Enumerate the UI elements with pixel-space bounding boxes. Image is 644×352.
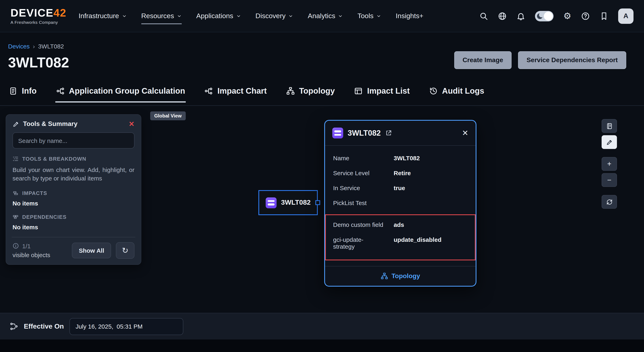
avatar[interactable]: A (618, 8, 634, 24)
effective-on-bar: Effective On (0, 313, 644, 340)
chevron-down-icon (122, 14, 126, 18)
refresh-icon: ↻ (122, 246, 128, 255)
nav-item-insights[interactable]: Insights+ (396, 9, 423, 23)
tab-bar: Info Application Group Calculation Impac… (0, 84, 644, 106)
nav-label: Insights+ (396, 12, 423, 20)
create-image-button[interactable]: Create Image (454, 51, 512, 69)
tab-label: Impact List (367, 86, 410, 96)
book-icon (606, 122, 613, 130)
gear-icon[interactable]: ⚙ (564, 12, 571, 20)
device-detail-card: 3WLT082 ✕ Name 3WLT082 Service Level Ret… (324, 120, 476, 286)
document-icon (9, 87, 17, 95)
custom-fields-highlight-box: Demo custom field ads gci-update-strateg… (325, 214, 476, 260)
effective-on-datetime-input[interactable] (70, 318, 183, 335)
tab-topology[interactable]: Topology (285, 84, 336, 102)
nav-item-applications[interactable]: Applications (196, 9, 241, 23)
moon-icon (537, 13, 543, 19)
row-value: ads (394, 221, 468, 228)
tab-application-group-calculation[interactable]: Application Group Calculation (55, 84, 186, 102)
zoom-in-button[interactable]: + (602, 157, 617, 171)
detail-row-gci-update-strategy: gci-update-strategy update_disabled (333, 236, 468, 250)
chevron-down-icon (236, 14, 241, 18)
refresh-button[interactable]: ↻ (116, 242, 134, 258)
page-title: 3WLT082 (8, 54, 69, 71)
search-icon[interactable] (480, 12, 488, 20)
service-dependencies-report-button[interactable]: Service Dependencies Report (518, 51, 626, 69)
show-all-button[interactable]: Show All (72, 242, 111, 258)
breadcrumb-devices-link[interactable]: Devices (8, 43, 30, 50)
tools-breakdown-text: Build your own chart view. Add, highligh… (12, 166, 134, 183)
dependencies-header: DEPENDENCIES (12, 214, 134, 220)
top-navbar: DEVICE42 A Freshworks Company Infrastruc… (0, 0, 644, 32)
visible-count: 1/1 (22, 242, 31, 249)
list-tree-icon (12, 156, 18, 162)
globe-icon[interactable] (498, 12, 507, 20)
nav-item-tools[interactable]: Tools (358, 9, 381, 23)
brand-logo[interactable]: DEVICE42 A Freshworks Company (10, 8, 66, 24)
impact-chart-icon (204, 87, 213, 95)
nav-item-infrastructure[interactable]: Infrastructure (78, 9, 126, 23)
card-header: 3WLT082 ✕ (325, 121, 476, 146)
close-icon[interactable]: ✕ (129, 120, 135, 127)
row-label: In Service (333, 184, 394, 191)
nav-label: Analytics (308, 12, 335, 20)
tab-impact-chart[interactable]: Impact Chart (204, 84, 268, 102)
impacts-empty-text: No items (12, 200, 134, 206)
spacer (602, 152, 617, 154)
nav-label: Discovery (256, 12, 286, 20)
detail-row-picklist-test: PickList Test (325, 200, 476, 206)
breadcrumb-current: 3WLT082 (38, 43, 64, 50)
nav-label: Applications (196, 12, 233, 20)
row-label: PickList Test (333, 200, 394, 206)
highlighter-icon (606, 139, 613, 146)
plus-icon: + (607, 160, 611, 168)
zoom-out-button[interactable]: − (602, 173, 617, 187)
tab-info[interactable]: Info (8, 84, 37, 102)
topology-link[interactable]: Topology (325, 266, 476, 286)
nav-label: Resources (141, 12, 174, 20)
device-node-3wlt082[interactable]: 3WLT082 (258, 190, 318, 215)
nav-item-analytics[interactable]: Analytics (308, 9, 343, 23)
panel-header: Tools & Summary ✕ (12, 120, 134, 128)
chevron-down-icon (177, 14, 182, 18)
node-label: 3WLT082 (281, 198, 311, 207)
list-icon (354, 87, 362, 95)
main-nav: Infrastructure Resources Applications Di… (78, 9, 423, 23)
row-value: true (394, 184, 468, 191)
row-label: Demo custom field (333, 221, 394, 228)
sync-button[interactable] (602, 195, 617, 209)
detail-row-demo-custom-field: Demo custom field ads (333, 221, 468, 228)
flow-icon (10, 322, 18, 330)
nav-item-resources[interactable]: Resources (141, 9, 182, 23)
header-actions: Create Image Service Dependencies Report (454, 51, 626, 69)
detail-row-in-service: In Service true (325, 184, 476, 191)
search-input[interactable] (12, 132, 134, 148)
row-label: Name (333, 154, 394, 162)
tools-breakdown-header: TOOLS & BREAKDOWN (12, 156, 134, 162)
server-icon (332, 128, 343, 138)
highlight-tool-button[interactable] (602, 135, 617, 149)
panel-title: Tools & Summary (23, 120, 125, 128)
close-icon[interactable]: ✕ (462, 129, 468, 137)
tab-audit-logs[interactable]: Audit Logs (428, 84, 485, 102)
info-icon (12, 242, 19, 249)
topology-link-label: Topology (392, 272, 420, 280)
external-link-icon[interactable] (385, 130, 392, 136)
detail-row-name: Name 3WLT082 (325, 154, 476, 162)
tab-label: Topology (299, 86, 335, 96)
bell-icon[interactable] (516, 12, 526, 20)
help-icon[interactable] (581, 12, 590, 20)
bookmark-icon[interactable] (600, 12, 608, 20)
tab-impact-list[interactable]: Impact List (353, 84, 410, 102)
highlighter-icon (12, 120, 20, 127)
nav-item-discovery[interactable]: Discovery (256, 9, 293, 23)
calculation-branch-icon (56, 87, 64, 95)
legend-button[interactable] (602, 119, 617, 133)
chart-canvas[interactable]: Global View Tools & Summary ✕ TOOLS & BR… (0, 106, 644, 313)
effective-on-label: Effective On (24, 322, 64, 330)
spacer (602, 189, 617, 192)
theme-toggle[interactable] (535, 11, 554, 21)
device42-app: DEVICE42 A Freshworks Company Infrastruc… (0, 0, 644, 352)
chevron-down-icon (288, 14, 293, 18)
breadcrumb-separator: › (33, 43, 35, 50)
